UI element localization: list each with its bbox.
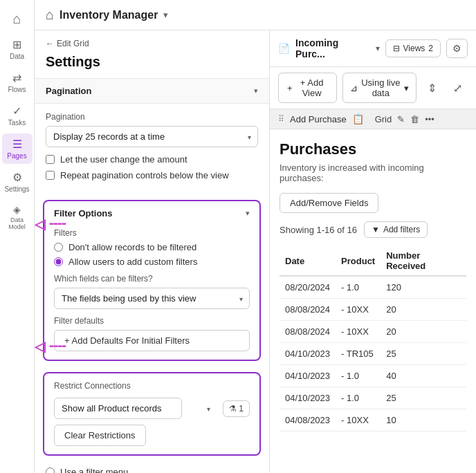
cell-date: 04/10/2023 bbox=[280, 387, 336, 409]
flows-icon: ⇄ bbox=[12, 71, 21, 84]
add-purchase-label: Add Purchase bbox=[290, 114, 347, 124]
nav-data[interactable]: ⊞ Data bbox=[2, 34, 33, 64]
use-filter-menu-radio[interactable]: Use a filter menu bbox=[46, 467, 258, 473]
view-title: Incoming Purc... bbox=[295, 37, 370, 59]
back-label: Edit Grid bbox=[57, 39, 89, 48]
view-title-icon: 📄 bbox=[278, 43, 290, 54]
live-data-label: Using live data bbox=[361, 77, 401, 98]
settings-gear-button[interactable]: ⚙ bbox=[446, 39, 468, 58]
back-arrow-icon: ← bbox=[46, 39, 54, 48]
cell-date: 08/20/2024 bbox=[280, 276, 336, 299]
settings-icon: ⚙ bbox=[12, 171, 22, 184]
filters-sublabel: Filters bbox=[54, 228, 250, 238]
cell-date: 04/08/2023 bbox=[280, 409, 336, 432]
filter-funnel-icon: ▼ bbox=[372, 225, 380, 234]
filter-options-header[interactable]: Filter Options ▾ bbox=[44, 201, 259, 225]
data-icon: ⊞ bbox=[12, 38, 21, 51]
table-row: 04/10/2023 - 1.0 40 bbox=[280, 365, 466, 387]
table-row: 08/08/2024 - 10XX 20 bbox=[280, 321, 466, 343]
allow-custom-radio[interactable]: Allow users to add custom filters bbox=[54, 257, 250, 267]
showing-label: Showing 1-16 of 16 bbox=[280, 225, 357, 235]
add-view-label: + Add View bbox=[296, 77, 328, 98]
align-icon-button[interactable]: ⇕ bbox=[422, 77, 442, 99]
dont-allow-radio[interactable]: Don't allow records to be filtered bbox=[54, 242, 250, 252]
pagination-field-label: Pagination bbox=[46, 112, 258, 122]
nav-data-model[interactable]: ◈ Data Model bbox=[2, 200, 33, 234]
restrict-select-wrapper: Show all Product records Filter by conne… bbox=[54, 398, 217, 419]
restrict-connections-header: Restrict Connections bbox=[44, 373, 259, 395]
cell-product: - 1.0 bbox=[336, 365, 381, 387]
views-grid-icon: ⊟ bbox=[393, 44, 400, 53]
nav-home[interactable]: ⌂ bbox=[2, 7, 33, 31]
cell-product: - 10XX bbox=[336, 409, 381, 432]
add-view-button[interactable]: + + Add View bbox=[278, 73, 337, 103]
nav-settings[interactable]: ⚙ Settings bbox=[2, 167, 33, 197]
table-row: 08/20/2024 - 1.0 120 bbox=[280, 276, 466, 299]
filter-options-chevron-icon: ▾ bbox=[246, 209, 250, 218]
which-fields-select[interactable]: The fields being used by this view All f… bbox=[54, 288, 250, 309]
pagination-select-wrapper: Display 25 records at a time Display 10 … bbox=[46, 126, 258, 147]
add-view-plus-icon: + bbox=[287, 83, 293, 93]
repeat-pagination-input[interactable] bbox=[46, 171, 55, 180]
filter-count-badge[interactable]: ⚗ 1 bbox=[223, 400, 250, 417]
drag-handle-icon: ⠿ bbox=[278, 114, 284, 124]
grid-delete-icon[interactable]: 🗑 bbox=[410, 114, 419, 124]
col-date: Date bbox=[280, 246, 336, 276]
cell-number-received: 120 bbox=[381, 276, 466, 299]
cell-date: 04/10/2023 bbox=[280, 343, 336, 365]
add-filters-button[interactable]: ▼ Add filters bbox=[364, 221, 428, 238]
which-fields-select-wrapper: The fields being used by this view All f… bbox=[54, 288, 250, 309]
restrict-select[interactable]: Show all Product records Filter by conne… bbox=[54, 398, 182, 419]
add-filters-label: Add filters bbox=[383, 225, 420, 234]
views-button[interactable]: ⊟ Views 2 bbox=[385, 39, 441, 57]
repeat-pagination-checkbox[interactable]: Repeat pagination controls below the vie… bbox=[46, 170, 258, 180]
nav-pages-label: Pages bbox=[7, 152, 26, 160]
grid-edit-icon[interactable]: ✎ bbox=[397, 114, 405, 124]
use-filter-menu-radio-input[interactable] bbox=[46, 467, 55, 473]
let-user-change-checkbox[interactable]: Let the user change the amount bbox=[46, 154, 258, 165]
table-row: 08/08/2024 - 10XX 20 bbox=[280, 299, 466, 321]
purchases-title: Purchases bbox=[280, 140, 466, 158]
add-defaults-label: + Add Defaults For Initial Filters bbox=[64, 335, 190, 346]
add-purchase-icon: 📋 bbox=[352, 113, 364, 124]
dont-allow-label: Don't allow records to be filtered bbox=[68, 242, 196, 252]
clear-restrictions-label: Clear Restrictions bbox=[64, 430, 136, 440]
which-fields-label: Which fields can be filters? bbox=[54, 274, 250, 284]
clear-restrictions-button[interactable]: Clear Restrictions bbox=[54, 425, 146, 446]
restrict-row: Show all Product records Filter by conne… bbox=[54, 398, 250, 419]
tasks-icon: ✓ bbox=[12, 104, 21, 118]
grid-more-icon[interactable]: ••• bbox=[425, 114, 434, 124]
nav-settings-label: Settings bbox=[4, 185, 29, 193]
cell-product: - 10XX bbox=[336, 321, 381, 343]
app-title: Inventory Manager bbox=[60, 9, 158, 21]
cell-number-received: 20 bbox=[381, 299, 466, 321]
col-number-received: Number Received bbox=[381, 246, 466, 276]
expand-icon-button[interactable]: ⤢ bbox=[448, 77, 468, 99]
app-title-chevron[interactable]: ▾ bbox=[163, 10, 168, 20]
add-defaults-button[interactable]: + Add Defaults For Initial Filters bbox=[54, 330, 250, 351]
let-user-change-input[interactable] bbox=[46, 155, 55, 164]
showing-row: Showing 1-16 of 16 ▼ Add filters bbox=[280, 221, 466, 238]
pagination-section-header[interactable]: Pagination ▾ bbox=[35, 78, 269, 104]
allow-custom-radio-input[interactable] bbox=[54, 257, 63, 266]
cell-date: 04/10/2023 bbox=[280, 365, 336, 387]
dont-allow-radio-input[interactable] bbox=[54, 243, 63, 252]
pagination-label: Pagination bbox=[46, 86, 91, 96]
left-navigation: ⌂ ⊞ Data ⇄ Flows ✓ Tasks ☰ Pages ⚙ Setti… bbox=[0, 0, 35, 473]
nav-flows[interactable]: ⇄ Flows bbox=[2, 67, 33, 98]
cell-product: - 1.0 bbox=[336, 276, 381, 299]
table-row: 04/10/2023 - 1.0 25 bbox=[280, 387, 466, 409]
cell-product: - 10XX bbox=[336, 299, 381, 321]
nav-pages[interactable]: ☰ Pages bbox=[2, 133, 33, 164]
add-remove-fields-button[interactable]: Add/Remove Fields bbox=[280, 193, 378, 213]
back-to-edit-grid[interactable]: ← Edit Grid bbox=[35, 30, 269, 51]
live-data-button[interactable]: ⊿ Using live data ▾ bbox=[342, 73, 416, 103]
filter-options-box: Filter Options ▾ Filters Don't allow rec… bbox=[43, 200, 261, 361]
content-area: ◁ ╌╌ ◁ ╌╌ ← Edit Grid Settings Paginatio… bbox=[35, 30, 476, 473]
toolbar-row: + + Add View ⊿ Using live data ▾ ⇕ ⤢ bbox=[270, 67, 476, 109]
nav-tasks[interactable]: ✓ Tasks bbox=[2, 100, 33, 131]
view-title-chevron-icon[interactable]: ▾ bbox=[376, 44, 380, 53]
restrict-connections-label: Restrict Connections bbox=[54, 381, 131, 391]
pagination-select[interactable]: Display 25 records at a time Display 10 … bbox=[46, 126, 258, 147]
cell-date: 08/08/2024 bbox=[280, 299, 336, 321]
